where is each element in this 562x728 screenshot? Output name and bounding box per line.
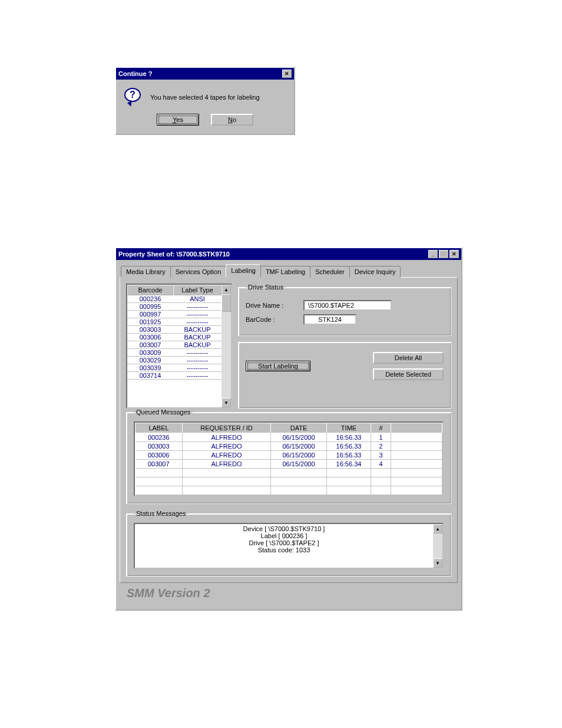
list-item[interactable]: 003029---------- [127,357,222,364]
dialog-title: Continue ? [118,70,152,77]
table-row [135,469,442,477]
column-header[interactable]: REQUESTER / ID [183,423,271,433]
scroll-thumb[interactable] [222,294,231,312]
queued-messages-group: Queued Messages LABELREQUESTER / IDDATET… [126,409,451,504]
scroll-down-icon[interactable]: ▼ [433,558,442,568]
list-item[interactable]: 003039---------- [127,364,222,372]
status-line: Device [ \S7000.$STK9710 ] [137,525,431,532]
column-header[interactable]: DATE [271,423,327,433]
tab-device-inquiry[interactable]: Device Inquiry [349,266,401,278]
tab-labeling[interactable]: Labeling [226,264,261,278]
list-item[interactable]: 003003BACKUP [127,326,222,334]
status-line: Status code: 1033 [137,546,431,554]
drive-name-label: Drive Name : [246,302,299,309]
status-scrollbar[interactable]: ▲ ▼ [433,524,442,568]
tab-page-labeling: Barcode Label Type 000236ANSI000995-----… [120,277,458,583]
column-header[interactable]: TIME [327,423,371,433]
close-icon[interactable]: ✕ [449,250,459,258]
list-item[interactable]: 000997---------- [127,311,222,318]
delete-all-button[interactable]: Delete All [373,352,444,364]
table-row[interactable]: 000236ALFREDO06/15/200016:56.331 [135,433,442,442]
status-messages-box: Device [ \S7000.$STK9710 ]Label [ 000236… [134,523,444,569]
continue-dialog: Continue ? ✕ ? You have selected 4 tapes… [115,67,295,135]
barcode-header[interactable]: Barcode [127,285,173,295]
tab-tmf-labeling[interactable]: TMF Labeling [260,266,310,278]
property-sheet-window: Property Sheet of: \S7000.$STK9710 _ □ ✕… [115,247,462,611]
listbox-scrollbar[interactable]: ▲ ▼ [222,285,231,407]
tab-strip: Media Library Services Option Labeling T… [120,263,458,277]
list-item[interactable]: 001925---------- [127,318,222,326]
property-title: Property Sheet of: \S7000.$STK9710 [118,251,230,258]
dialog-titlebar[interactable]: Continue ? ✕ [116,68,294,80]
close-icon[interactable]: ✕ [282,70,292,78]
property-titlebar[interactable]: Property Sheet of: \S7000.$STK9710 _ □ ✕ [116,248,461,260]
list-item[interactable]: 000995---------- [127,303,222,311]
table-row[interactable]: 003003ALFREDO06/15/200016:56.332 [135,442,442,451]
table-row [135,486,442,495]
dialog-message: You have selected 4 tapes for labeling [150,94,260,101]
labeltype-header[interactable]: Label Type [173,285,222,295]
minimize-icon[interactable]: _ [428,250,438,258]
yes-button[interactable]: Yes [157,114,199,126]
column-header[interactable] [391,423,442,433]
list-item[interactable]: 000236ANSI [127,295,222,303]
scroll-up-icon[interactable]: ▲ [433,524,442,533]
action-group: Start Labeling Delete All Delete Selecte… [238,342,451,409]
scroll-down-icon[interactable]: ▼ [222,398,231,407]
status-line: Drive [ \S7000.$TAPE2 ] [137,539,431,546]
status-messages-group: Status Messages Device [ \S7000.$STK9710… [126,510,451,577]
tab-services-option[interactable]: Services Option [170,266,227,278]
drive-status-group: Drive Status Drive Name : \S7000.$TAPE2 … [238,284,451,336]
barcode-label: BarCode : [246,316,299,323]
list-item[interactable]: 003006BACKUP [127,334,222,341]
tab-media-library[interactable]: Media Library [121,266,171,278]
column-header[interactable]: LABEL [135,423,183,433]
table-row [135,477,442,486]
question-icon: ? [124,88,143,107]
table-row[interactable]: 003006ALFREDO06/15/200016:56.333 [135,451,442,460]
table-row[interactable]: 003007ALFREDO06/15/200016:56.344 [135,460,442,469]
drive-status-legend: Drive Status [246,284,286,291]
start-labeling-button[interactable]: Start Labeling [246,361,310,371]
list-item[interactable]: 003007BACKUP [127,341,222,349]
delete-selected-button[interactable]: Delete Selected [373,368,444,380]
drive-name-field: \S7000.$TAPE2 [303,300,392,311]
status-legend: Status Messages [134,510,188,517]
list-item[interactable]: 003009---------- [127,349,222,357]
barcode-listbox[interactable]: Barcode Label Type 000236ANSI000995-----… [126,284,232,409]
queued-legend: Queued Messages [134,409,193,416]
queued-grid[interactable]: LABELREQUESTER / IDDATETIME# 000236ALFRE… [134,421,444,496]
version-label: SMM Version 2 [120,583,458,606]
barcode-field: STK124 [303,314,356,325]
status-line: Label [ 000236 ] [137,532,431,539]
maximize-icon: □ [439,250,448,258]
list-item[interactable]: 003714---------- [127,372,222,380]
column-header[interactable]: # [371,423,391,433]
scroll-up-icon[interactable]: ▲ [222,285,231,294]
no-button[interactable]: No [211,114,253,126]
tab-scheduler[interactable]: Scheduler [310,266,350,278]
